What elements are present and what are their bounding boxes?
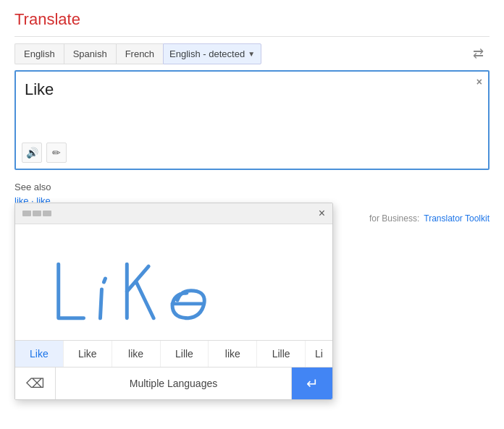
hw-title-dots xyxy=(22,211,51,221)
see-also-label: See also xyxy=(0,179,504,194)
hw-suggestion-0[interactable]: Like xyxy=(15,341,64,367)
hw-suggestion-1[interactable]: Like xyxy=(64,341,112,367)
hw-dot-3 xyxy=(43,211,51,216)
hw-suggestion-5[interactable]: Lille xyxy=(257,341,306,367)
detected-dropdown-arrow: ▼ xyxy=(248,50,255,58)
clear-input-button[interactable]: × xyxy=(476,76,482,88)
hw-suggestion-4[interactable]: like xyxy=(209,341,257,367)
hw-canvas[interactable] xyxy=(15,224,332,340)
hw-suggestion-6[interactable]: Li xyxy=(306,341,332,367)
source-input[interactable]: Like xyxy=(16,72,488,137)
translator-toolkit-link[interactable]: Translator Toolkit xyxy=(424,213,490,224)
hw-drawing-svg xyxy=(15,224,332,340)
handwriting-overlay: × Like Like like Lille like Lille Li xyxy=(14,203,333,400)
handwrite-button[interactable]: ✏ xyxy=(46,143,67,163)
tab-english[interactable]: English xyxy=(14,43,64,64)
tab-french[interactable]: French xyxy=(116,43,163,64)
language-tabs: English Spanish French English - detecte… xyxy=(0,37,504,70)
speak-button[interactable]: 🔊 xyxy=(22,143,42,163)
hw-suggestion-3[interactable]: Lille xyxy=(161,341,209,367)
page-title: Translate xyxy=(0,0,504,36)
detected-label: English - detected xyxy=(169,48,245,59)
input-action-bar: 🔊 ✏ xyxy=(16,140,488,169)
hw-close-button[interactable]: × xyxy=(319,208,325,224)
hw-delete-button[interactable]: ⌫ xyxy=(15,368,56,399)
hw-dot-2 xyxy=(33,211,41,216)
hw-enter-button[interactable]: ↵ xyxy=(292,368,332,399)
business-label: for Business: xyxy=(369,213,419,224)
hw-suggestion-2[interactable]: like xyxy=(112,341,161,367)
hw-bottom-bar: ⌫ Multiple Languages ↵ xyxy=(15,367,332,399)
hw-header: × xyxy=(15,203,332,224)
hw-language-button[interactable]: Multiple Languages xyxy=(56,368,292,399)
tab-spanish[interactable]: Spanish xyxy=(64,43,116,64)
hw-suggestions: Like Like like Lille like Lille Li xyxy=(15,340,332,367)
swap-languages-button[interactable]: ⇄ xyxy=(467,43,490,64)
tab-detected[interactable]: English - detected ▼ xyxy=(163,43,261,64)
input-area: Like × 🔊 ✏ xyxy=(14,70,490,170)
hw-dot-1 xyxy=(22,211,31,216)
